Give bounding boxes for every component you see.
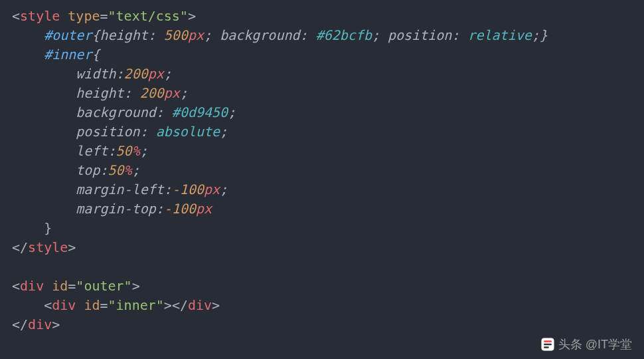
code-line: margin-top:-100px xyxy=(12,201,212,217)
css-number: -100 xyxy=(164,201,196,217)
selector-outer: #outer xyxy=(44,27,92,43)
watermark-text: 头条 @IT学堂 xyxy=(558,336,632,352)
css-prop: position xyxy=(76,124,139,140)
css-prop: left xyxy=(76,143,108,159)
string-text-css: "text/css" xyxy=(108,8,188,24)
tag-style: style xyxy=(20,8,60,24)
code-line: width:200px; xyxy=(12,66,172,82)
css-keyword: absolute xyxy=(156,124,220,140)
code-line: <style type="text/css"> xyxy=(12,8,196,24)
code-line: #outer{height: 500px; background: #62bcf… xyxy=(12,27,548,43)
css-unit: px xyxy=(204,181,220,197)
css-unit: % xyxy=(124,162,132,178)
tag-div: div xyxy=(52,297,76,313)
css-number: 50 xyxy=(116,143,132,159)
code-line: height: 200px; xyxy=(12,85,188,101)
code-line: margin-left:-100px; xyxy=(12,181,228,197)
code-line: </style> xyxy=(12,239,76,255)
css-color: #0d9450 xyxy=(172,104,228,120)
angle-bracket: < xyxy=(12,278,20,294)
tag-div: div xyxy=(28,316,52,332)
code-line: position: absolute; xyxy=(12,124,228,140)
css-prop: background xyxy=(220,27,299,43)
tag-div: div xyxy=(188,297,212,313)
css-unit: px xyxy=(148,66,164,82)
css-keyword: relative xyxy=(467,27,531,43)
angle-bracket: </ xyxy=(12,239,28,255)
css-unit: px xyxy=(164,85,180,101)
css-unit: px xyxy=(196,201,212,217)
svg-rect-2 xyxy=(544,340,552,342)
string-inner: "inner" xyxy=(108,297,164,313)
angle-bracket: </ xyxy=(172,297,188,313)
attr-type: type xyxy=(68,8,100,24)
css-prop: background xyxy=(76,104,155,120)
css-unit: % xyxy=(132,143,140,159)
css-prop: margin-left xyxy=(76,181,163,197)
css-number: 50 xyxy=(108,162,124,178)
css-prop: height xyxy=(100,27,147,43)
code-line: #inner{ xyxy=(12,47,100,62)
css-number: 200 xyxy=(124,66,148,82)
css-unit: px xyxy=(188,27,204,43)
css-prop: width xyxy=(76,66,116,82)
css-prop: height xyxy=(76,85,123,101)
attr-id: id xyxy=(84,297,100,313)
string-outer: "outer" xyxy=(76,278,131,294)
selector-inner: #inner xyxy=(44,47,92,62)
code-line: } xyxy=(12,220,52,236)
css-number: 200 xyxy=(140,85,164,101)
code-line: <div id="outer"> xyxy=(12,278,140,294)
angle-bracket: < xyxy=(44,297,52,313)
svg-rect-4 xyxy=(544,346,549,348)
angle-bracket: < xyxy=(12,8,20,24)
code-block: <style type="text/css"> #outer{height: 5… xyxy=(0,0,644,341)
code-line: <div id="inner"></div> xyxy=(12,297,220,313)
svg-rect-3 xyxy=(544,344,552,346)
tag-div: div xyxy=(20,278,44,294)
code-line: </div> xyxy=(12,316,60,332)
css-prop: position xyxy=(388,27,451,43)
angle-bracket: </ xyxy=(12,316,28,332)
css-number: 500 xyxy=(164,27,188,43)
css-number: -100 xyxy=(172,181,204,197)
toutiao-logo-icon xyxy=(541,338,554,351)
code-line: left:50%; xyxy=(12,143,148,159)
code-line: background: #0d9450; xyxy=(12,104,236,120)
code-line: top:50%; xyxy=(12,162,140,178)
code-line xyxy=(12,259,20,275)
attr-id: id xyxy=(52,278,68,294)
css-prop: margin-top xyxy=(76,201,155,217)
tag-style: style xyxy=(28,239,68,255)
css-color: #62bcfb xyxy=(316,27,372,43)
css-prop: top xyxy=(76,162,100,178)
watermark: 头条 @IT学堂 xyxy=(541,336,632,352)
